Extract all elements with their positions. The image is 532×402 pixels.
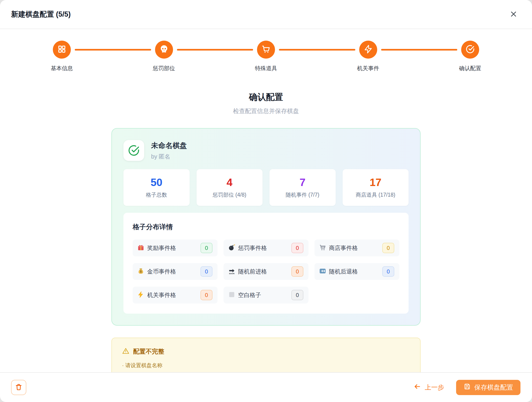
dialog-title: 新建棋盘配置 (5/5) [11, 9, 71, 19]
dialog-header: 新建棋盘配置 (5/5) [0, 0, 532, 29]
save-board-button[interactable]: 保存棋盘配置 [456, 380, 520, 395]
step-connector [381, 49, 457, 51]
distribution-item: 奖励事件格 0 [133, 240, 218, 256]
grid-icon [57, 45, 66, 55]
distribution-item: 机关事件格 0 [133, 287, 218, 303]
bolt-icon [137, 291, 144, 299]
count-badge: 0 [201, 290, 212, 300]
svg-text:SOON: SOON [229, 273, 235, 274]
board-summary-card: 未命名棋盘 by 匿名 50 格子总数 4 惩罚部位 (4/8) [111, 128, 421, 325]
soon-arrow-icon: SOON [228, 268, 235, 275]
stat-card: 7 随机事件 (7/7) [269, 169, 336, 206]
step-connector [177, 49, 253, 51]
stats-row: 50 格子总数 4 惩罚部位 (4/8) 7 随机事件 (7/7) 1 [123, 169, 409, 206]
count-badge: 0 [291, 243, 303, 253]
bomb-icon [228, 244, 235, 252]
gift-icon [137, 244, 144, 252]
lightning-icon [364, 45, 373, 55]
wizard-step[interactable]: 确认配置 [461, 41, 479, 59]
distribution-panel: 格子分布详情 奖励事件格 0 [123, 213, 409, 314]
step-connector [75, 49, 151, 51]
warning-item: 请设置棋盘名称 [122, 361, 410, 370]
back-button-label: 上一步 [425, 383, 444, 392]
distribution-item: 随机后退格 0 [314, 263, 399, 280]
step-circle [461, 41, 479, 59]
distribution-title: 格子分布详情 [133, 223, 399, 232]
count-badge: 0 [201, 266, 212, 277]
new-board-config-dialog: 新建棋盘配置 (5/5) 基本信息 惩罚部位 [0, 0, 532, 402]
step-circle [257, 41, 275, 59]
moneybag-icon: $ [137, 268, 144, 275]
distribution-item-label: 惩罚事件格 [238, 244, 267, 252]
board-name: 未命名棋盘 [151, 141, 187, 150]
distribution-item-label: 机关事件格 [147, 291, 176, 299]
stat-card: 17 商店道具 (17/18) [342, 169, 409, 206]
distribution-item-label: 金币事件格 [147, 268, 176, 275]
close-button[interactable] [507, 8, 520, 21]
stat-value: 17 [344, 176, 407, 189]
wizard-step[interactable]: 基本信息 [53, 41, 71, 59]
stat-card: 4 惩罚部位 (4/8) [196, 169, 263, 206]
distribution-item-label: 随机后退格 [329, 268, 358, 275]
blank-square-icon [228, 291, 235, 299]
step-label: 确认配置 [459, 65, 481, 72]
step-connector [279, 49, 355, 51]
stat-label: 随机事件 (7/7) [271, 191, 334, 198]
stat-label: 商店道具 (17/18) [344, 191, 407, 198]
count-badge: 0 [291, 266, 303, 277]
step-label: 特殊道具 [255, 65, 277, 72]
dialog-content: 基本信息 惩罚部位 特殊道具 [0, 29, 532, 372]
board-author: by 匿名 [151, 153, 187, 160]
wizard-step[interactable]: 惩罚部位 [155, 41, 173, 59]
stat-value: 50 [125, 176, 188, 189]
cart-icon [261, 45, 271, 55]
wizard-step[interactable]: 特殊道具 [257, 41, 275, 59]
step-circle [359, 41, 377, 59]
warning-list: 请设置棋盘名称 请设置创建者 尚有50个格子未被分配 [122, 361, 410, 372]
back-button[interactable]: 上一步 [414, 383, 444, 392]
page-title: 确认配置 [0, 91, 532, 103]
stat-card: 50 格子总数 [123, 169, 190, 206]
svg-text:$: $ [140, 270, 142, 273]
distribution-item-label: 奖励事件格 [147, 244, 176, 252]
distribution-item-label: 随机前进格 [238, 268, 267, 275]
close-icon [510, 10, 518, 19]
stat-value: 4 [198, 176, 261, 189]
step-circle [155, 41, 173, 59]
distribution-item: $ 金币事件格 0 [133, 263, 218, 280]
step-label: 惩罚部位 [153, 65, 175, 72]
check-circle-icon [466, 45, 475, 55]
step-label: 基本信息 [51, 65, 73, 72]
trash-icon [15, 383, 22, 391]
distribution-item: 惩罚事件格 0 [224, 240, 308, 256]
stat-label: 格子总数 [125, 191, 188, 198]
stat-label: 惩罚部位 (4/8) [198, 191, 261, 198]
distribution-item: SOON 随机前进格 0 [224, 263, 308, 280]
incomplete-config-warning: 配置不完整 请设置棋盘名称 请设置创建者 尚有50个格子未被分配 [111, 338, 421, 372]
count-badge: 0 [291, 290, 303, 300]
count-badge: 0 [201, 243, 212, 253]
dialog-footer: 上一步 保存棋盘配置 [0, 372, 532, 402]
rewind-icon [319, 268, 326, 275]
distribution-item-label: 商店事件格 [329, 244, 358, 252]
shop-cart-icon [319, 244, 326, 252]
save-button-label: 保存棋盘配置 [474, 383, 513, 392]
board-check-icon [123, 140, 144, 161]
count-badge: 0 [382, 266, 394, 277]
step-circle [53, 41, 71, 59]
distribution-item: 商店事件格 0 [314, 240, 399, 256]
skull-icon [159, 45, 169, 55]
wizard-stepper: 基本信息 惩罚部位 特殊道具 [53, 41, 479, 87]
summary-header: 未命名棋盘 by 匿名 [123, 140, 409, 161]
save-icon [463, 383, 471, 392]
delete-button[interactable] [11, 380, 26, 395]
arrow-left-icon [414, 383, 421, 392]
warning-icon [122, 347, 129, 356]
wizard-step[interactable]: 机关事件 [359, 41, 377, 59]
warning-title: 配置不完整 [133, 347, 164, 356]
warning-item: 请设置创建者 [122, 370, 410, 372]
distribution-item: 空白格子 0 [224, 287, 308, 303]
distribution-grid: 奖励事件格 0 惩罚事件格 0 [133, 240, 399, 303]
count-badge: 0 [382, 243, 394, 253]
step-label: 机关事件 [357, 65, 379, 72]
